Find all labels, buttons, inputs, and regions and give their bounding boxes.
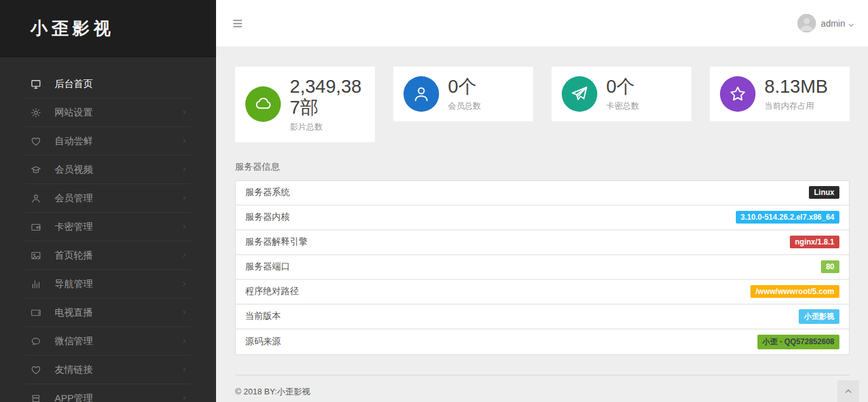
chevron-right-icon — [180, 166, 188, 173]
sidebar-item[interactable]: 卡密管理 — [25, 213, 191, 241]
stat-value: 2,349,387部 — [290, 76, 365, 119]
stat-text: 0个 卡密总数 — [606, 76, 639, 111]
cloud-icon — [245, 86, 281, 122]
stat-value: 8.13MB — [764, 76, 828, 97]
chevron-right-icon — [180, 223, 188, 231]
server-info-badge: 3.10.0-514.26.2.el7.x86_64 — [736, 211, 839, 224]
sidebar-item[interactable]: 首页轮播 — [25, 241, 191, 270]
sidebar-item-label: 自动尝鲜 — [55, 135, 93, 147]
sidebar-item-label: 导航管理 — [55, 278, 93, 290]
chevron-right-icon — [180, 394, 188, 402]
stats-row: 2,349,387部 影片总数 0个 会员总数 0个 卡密总数 8.13MB 当… — [235, 67, 850, 142]
sidebar-item[interactable]: 电视直播 — [25, 298, 191, 327]
stats-icon — [31, 279, 41, 290]
server-info-row: 服务器内核 3.10.0-514.26.2.el7.x86_64 — [236, 206, 849, 231]
app-logo: 小歪影视 — [31, 17, 114, 40]
star-icon — [720, 76, 756, 112]
sidebar-item-label: APP管理 — [55, 392, 93, 402]
chevron-down-icon — [848, 20, 855, 27]
server-info-badge: Linux — [809, 186, 839, 199]
hamburger-icon[interactable] — [232, 18, 243, 29]
server-info-label: 服务器解释引擎 — [245, 236, 308, 248]
footer: © 2018 BY:小歪影视 — [235, 375, 850, 402]
stat-card: 8.13MB 当前内存占用 — [710, 67, 850, 121]
user-avatar — [797, 14, 816, 32]
server-info-row: 服务器端口 80 — [236, 255, 849, 280]
server-info-label: 源码来源 — [245, 336, 281, 347]
sidebar-item[interactable]: 导航管理 — [25, 270, 191, 298]
chevron-up-icon — [844, 387, 853, 396]
server-info-row: 服务器系统 Linux — [236, 181, 849, 206]
sidebar-header: 小歪影视 — [0, 0, 216, 57]
stat-text: 8.13MB 当前内存占用 — [764, 76, 828, 111]
server-info-section: 服务器信息 服务器系统 Linux 服务器内核 3.10.0-514.26.2.… — [235, 161, 850, 355]
chevron-right-icon — [180, 194, 188, 202]
sidebar-item-label: 友情链接 — [55, 364, 93, 376]
main-area: admin 2,349,387部 影片总数 0个 会员总数 0个 卡密总 — [216, 0, 868, 402]
scroll-top-button[interactable] — [837, 380, 859, 402]
heart-icon — [31, 365, 41, 375]
sidebar-item-label: 首页轮播 — [55, 250, 93, 262]
server-info-badge: 小歪影视 — [799, 309, 839, 324]
user-icon — [31, 193, 41, 204]
chevron-right-icon — [180, 109, 188, 116]
content: 2,349,387部 影片总数 0个 会员总数 0个 卡密总数 8.13MB 当… — [216, 46, 868, 402]
chevron-right-icon — [180, 137, 188, 145]
server-info-table: 服务器系统 Linux 服务器内核 3.10.0-514.26.2.el7.x8… — [235, 180, 850, 355]
sidebar-item[interactable]: APP管理 — [25, 384, 191, 402]
sidebar-item[interactable]: 网站设置 — [25, 98, 191, 127]
sidebar-item[interactable]: 友情链接 — [25, 356, 191, 384]
heart-icon — [31, 136, 41, 147]
user-menu[interactable]: admin — [797, 14, 855, 32]
server-info-badge: 小歪 - QQ572852608 — [757, 335, 839, 349]
sidebar-item-label: 卡密管理 — [55, 221, 93, 233]
sidebar-item-label: 微信管理 — [55, 335, 93, 347]
username: admin — [821, 18, 845, 29]
gear-icon — [31, 107, 41, 118]
sidebar-item[interactable]: 微信管理 — [25, 327, 191, 356]
sidebar-item-label: 网站设置 — [55, 107, 93, 119]
chevron-right-icon — [180, 366, 188, 373]
sidebar-item-label: 会员管理 — [55, 192, 93, 204]
stat-label: 会员总数 — [448, 100, 481, 112]
server-info-badge: /www/wwwroot/5.com — [750, 285, 839, 298]
server-info-row: 程序绝对路径 /www/wwwroot/5.com — [236, 280, 849, 305]
sidebar-item[interactable]: 会员管理 — [25, 184, 191, 213]
sidebar-nav: 后台首页 网站设置 自动尝鲜 会员视频 会员管理 卡密管理 — [0, 57, 216, 402]
sidebar-item-label: 会员视频 — [55, 164, 93, 176]
server-info-label: 当前版本 — [245, 311, 281, 322]
stat-text: 2,349,387部 影片总数 — [290, 76, 365, 133]
stat-card: 0个 卡密总数 — [552, 67, 691, 121]
paper-plane-icon — [562, 76, 597, 112]
server-info-title: 服务器信息 — [235, 161, 850, 173]
stat-value: 0个 — [448, 76, 481, 97]
server-info-row: 源码来源 小歪 - QQ572852608 — [236, 330, 849, 354]
tv-icon — [31, 307, 41, 318]
storefront-icon — [31, 393, 41, 402]
chevron-right-icon — [180, 251, 188, 259]
stat-card: 0个 会员总数 — [393, 67, 533, 121]
stat-value: 0个 — [606, 76, 639, 97]
server-info-label: 程序绝对路径 — [245, 286, 299, 297]
chevron-right-icon — [180, 280, 188, 288]
image-icon — [31, 250, 41, 261]
graduation-cap-icon — [31, 164, 41, 175]
stat-label: 影片总数 — [290, 121, 365, 133]
sidebar-item[interactable]: 后台首页 — [25, 70, 191, 98]
server-info-row: 服务器解释引擎 nginx/1.8.1 — [236, 231, 849, 255]
sidebar-item[interactable]: 自动尝鲜 — [25, 127, 191, 156]
stat-label: 当前内存占用 — [764, 100, 828, 112]
sidebar: 小歪影视 后台首页 网站设置 自动尝鲜 会员视频 会员管理 — [0, 0, 216, 402]
sidebar-item[interactable]: 会员视频 — [25, 156, 191, 184]
sidebar-item-label: 电视直播 — [55, 307, 93, 319]
server-info-label: 服务器系统 — [245, 187, 290, 198]
stat-text: 0个 会员总数 — [448, 76, 481, 111]
desktop-icon — [31, 79, 41, 90]
chat-icon — [31, 336, 41, 347]
server-info-badge: nginx/1.8.1 — [790, 236, 839, 248]
copyright-text: © 2018 BY:小歪影视 — [235, 387, 310, 396]
wallet-icon — [31, 222, 41, 232]
topbar: admin — [216, 0, 868, 46]
chevron-right-icon — [180, 337, 188, 345]
server-info-badge: 80 — [821, 260, 839, 273]
